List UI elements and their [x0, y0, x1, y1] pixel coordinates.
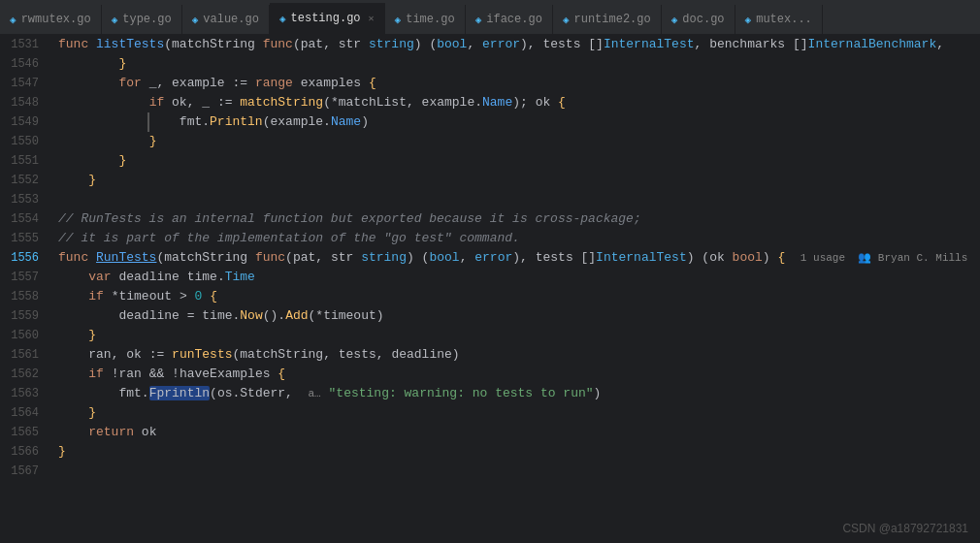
tab-icon-mutex: ◈ — [745, 14, 752, 26]
line-num-1551: 1551 — [0, 151, 39, 171]
code-line-1553 — [58, 190, 980, 209]
line-num-1549: 1549 — [0, 112, 39, 132]
code-line-1565: return ok — [58, 423, 980, 442]
tab-bar: ◈ rwmutex.go ◈ type.go ◈ value.go ◈ test… — [0, 0, 980, 35]
code-line-1566: } — [58, 442, 980, 462]
tab-doc[interactable]: ◈ doc.go — [662, 5, 735, 34]
tab-label-iface: iface.go — [486, 13, 542, 26]
line-num-1557: 1557 — [0, 268, 39, 287]
tab-icon-runtime2: ◈ — [563, 14, 570, 26]
code-line-1531: func listTests(matchString func(pat, str… — [58, 35, 980, 54]
line-num-1562: 1562 — [0, 365, 39, 384]
tab-label-mutex: mutex... — [756, 13, 812, 26]
tab-icon-value: ◈ — [192, 14, 199, 26]
line-num-1565: 1565 — [0, 423, 39, 442]
line-num-1552: 1552 — [0, 171, 39, 190]
code-line-1554: // RunTests is an internal function but … — [58, 209, 980, 229]
code-line-1547: for _, example := range examples { — [58, 74, 980, 93]
line-num-1561: 1561 — [0, 345, 39, 365]
code-line-1562: if !ran && !haveExamples { — [58, 365, 980, 384]
line-num-1554: 1554 — [0, 209, 39, 229]
code-line-1555: // it is part of the implementation of t… — [58, 229, 980, 248]
code-line-1567 — [58, 462, 980, 481]
line-num-1547: 1547 — [0, 74, 39, 93]
line-num-1556: 1556 — [0, 248, 39, 268]
code-line-1549: fmt.Println(example.Name) — [58, 112, 980, 132]
line-num-1564: 1564 — [0, 403, 39, 423]
tab-mutex[interactable]: ◈ mutex... — [735, 5, 823, 34]
code-line-1561: ran, ok := runTests(matchString, tests, … — [58, 345, 980, 365]
code-line-1548: if ok, _ := matchString(*matchList, exam… — [58, 93, 980, 112]
tab-label-testing: testing.go — [291, 12, 361, 25]
tab-value[interactable]: ◈ value.go — [182, 5, 270, 34]
code-line-1558: if *timeout > 0 { — [58, 287, 980, 306]
watermark: CSDN @a18792721831 — [842, 522, 968, 535]
line-num-1531: 1531 — [0, 35, 39, 54]
tab-label-value: value.go — [203, 13, 259, 26]
line-num-1553: 1553 — [0, 190, 39, 209]
code-line-1557: var deadline time.Time — [58, 268, 980, 287]
tab-runtime2[interactable]: ◈ runtime2.go — [553, 5, 662, 34]
code-line-1560: } — [58, 326, 980, 345]
line-num-1567: 1567 — [0, 462, 39, 481]
tab-label-type: type.go — [122, 13, 171, 26]
line-numbers: 1531 1546 1547 1548 1549 1550 1551 1552 … — [0, 35, 50, 543]
code-line-1559: deadline = time.Now().Add(*timeout) — [58, 306, 980, 326]
tab-icon-type: ◈ — [112, 14, 118, 26]
tab-type[interactable]: ◈ type.go — [102, 5, 182, 34]
line-num-1560: 1560 — [0, 326, 39, 345]
line-num-1550: 1550 — [0, 132, 39, 151]
line-num-1555: 1555 — [0, 229, 39, 248]
code-line-1552: } — [58, 171, 980, 190]
line-num-1548: 1548 — [0, 93, 39, 112]
line-num-1563: 1563 — [0, 384, 39, 403]
tab-label-runtime2: runtime2.go — [574, 13, 651, 26]
tab-close-testing[interactable]: ✕ — [369, 13, 375, 24]
tab-label-rwmutex: rwmutex.go — [21, 13, 91, 26]
tab-testing[interactable]: ◈ testing.go ✕ — [270, 3, 385, 34]
line-num-1559: 1559 — [0, 306, 39, 326]
code-line-1563: fmt.Fprintln(os.Stderr, a… "testing: war… — [58, 384, 980, 403]
tab-label-time: time.go — [406, 13, 454, 26]
tab-icon-doc: ◈ — [671, 14, 678, 26]
tab-rwmutex[interactable]: ◈ rwmutex.go — [0, 5, 102, 34]
tab-icon-testing: ◈ — [279, 13, 286, 25]
editor: 1531 1546 1547 1548 1549 1550 1551 1552 … — [0, 35, 980, 543]
line-num-1558: 1558 — [0, 287, 39, 306]
code-line-1546: } — [58, 54, 980, 74]
code-area[interactable]: func listTests(matchString func(pat, str… — [50, 35, 980, 543]
tab-label-doc: doc.go — [682, 13, 724, 26]
line-num-1566: 1566 — [0, 442, 39, 462]
code-line-1550: } — [58, 132, 980, 151]
tab-time[interactable]: ◈ time.go — [385, 5, 466, 34]
tab-iface[interactable]: ◈ iface.go — [466, 5, 553, 34]
code-line-1556: func RunTests(matchString func(pat, str … — [58, 248, 980, 268]
tab-icon-time: ◈ — [395, 14, 402, 26]
code-line-1551: } — [58, 151, 980, 171]
line-num-1546: 1546 — [0, 54, 39, 74]
code-line-1564: } — [58, 403, 980, 423]
tab-icon-iface: ◈ — [475, 14, 482, 26]
tab-icon-rwmutex: ◈ — [10, 14, 16, 26]
